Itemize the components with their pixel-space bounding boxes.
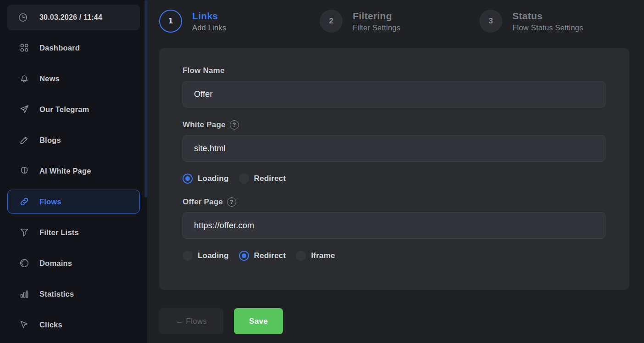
radio-label: Redirect	[254, 251, 286, 260]
sidebar-item-label: Clicks	[39, 321, 62, 329]
step-filtering[interactable]: 2 Filtering Filter Settings	[320, 10, 400, 33]
white-page-mode-group: Loading Redirect	[183, 174, 605, 184]
sidebar-item-label: Dashboard	[39, 44, 80, 52]
sidebar-item-label: Filter Lists	[39, 228, 79, 237]
radio-unselected[interactable]	[239, 174, 249, 184]
help-icon[interactable]: ?	[227, 197, 236, 207]
telegram-icon	[19, 104, 30, 115]
offer-page-mode-group: Loading Redirect Iframe	[183, 251, 605, 261]
sidebar: 30.03.2026 / 11:44 Dashboard News Our Te…	[0, 0, 147, 343]
step-links[interactable]: 1 Links Add Links	[159, 10, 226, 33]
funnel-icon	[19, 227, 30, 238]
wizard-stepper: 1 Links Add Links 2 Filtering Filter Set…	[147, 0, 644, 48]
radio-label: Loading	[198, 174, 229, 183]
label-text: Flow Name	[183, 66, 225, 75]
sidebar-item-domains[interactable]: Domains	[7, 251, 140, 275]
sidebar-item-dashboard[interactable]: Dashboard	[7, 36, 140, 60]
step-number: 2	[320, 10, 343, 33]
radio-selected[interactable]	[239, 251, 249, 261]
radio-label: Redirect	[254, 174, 286, 183]
flow-name-input[interactable]	[183, 81, 605, 107]
save-button[interactable]: Save	[234, 308, 283, 334]
cursor-icon	[19, 319, 30, 330]
step-title: Links	[192, 10, 226, 22]
sidebar-item-label: Domains	[39, 259, 72, 268]
step-title: Filtering	[353, 10, 400, 22]
sidebar-nav: Dashboard News Our Telegram Blogs	[0, 30, 147, 342]
sidebar-item-clicks[interactable]: Clicks	[7, 313, 140, 337]
radio-unselected[interactable]	[296, 251, 306, 261]
step-status[interactable]: 3 Status Flow Status Settings	[479, 10, 583, 33]
back-to-flows-button[interactable]: ← Flows	[159, 308, 223, 334]
offer-page-mode-loading[interactable]: Loading	[183, 251, 229, 261]
white-page-label: White Page ?	[183, 120, 605, 129]
step-number: 1	[159, 10, 182, 33]
datetime-display: 30.03.2026 / 11:44	[7, 5, 140, 30]
label-text: Offer Page	[183, 197, 223, 207]
radio-label: Loading	[198, 251, 229, 260]
offer-page-mode-redirect[interactable]: Redirect	[239, 251, 286, 261]
label-text: White Page	[183, 120, 226, 129]
white-page-mode-loading[interactable]: Loading	[183, 174, 229, 184]
white-page-input[interactable]	[183, 135, 605, 162]
sidebar-item-blogs[interactable]: Blogs	[7, 128, 140, 152]
offer-page-mode-iframe[interactable]: Iframe	[296, 251, 335, 261]
sidebar-item-label: Our Telegram	[39, 105, 89, 114]
flow-name-label: Flow Name	[183, 66, 605, 75]
flow-form-card: Flow Name White Page ? Loading Redirect …	[159, 48, 629, 290]
sidebar-item-statistics[interactable]: Statistics	[7, 282, 140, 306]
clock-icon	[17, 12, 28, 23]
dashboard-icon	[19, 42, 30, 53]
step-subtitle: Flow Status Settings	[512, 22, 583, 33]
sidebar-item-label: Blogs	[39, 136, 61, 145]
main-content: 1 Links Add Links 2 Filtering Filter Set…	[147, 0, 644, 343]
white-page-mode-redirect[interactable]: Redirect	[239, 174, 286, 184]
step-number: 3	[479, 10, 502, 33]
offer-page-label: Offer Page ?	[183, 197, 605, 207]
sidebar-item-label: Statistics	[39, 290, 74, 298]
sidebar-item-our-telegram[interactable]: Our Telegram	[7, 97, 140, 121]
sidebar-item-filter-lists[interactable]: Filter Lists	[7, 220, 140, 244]
help-icon[interactable]: ?	[230, 120, 239, 129]
step-subtitle: Filter Settings	[353, 22, 400, 33]
radio-unselected[interactable]	[183, 251, 193, 261]
datetime-text: 30.03.2026 / 11:44	[39, 13, 102, 22]
step-subtitle: Add Links	[192, 22, 226, 33]
sidebar-item-ai-white-page[interactable]: AI White Page	[7, 159, 140, 183]
sidebar-item-label: AI White Page	[39, 167, 91, 175]
globe-icon	[19, 258, 30, 269]
brain-icon	[19, 165, 30, 176]
offer-page-input[interactable]	[183, 212, 605, 239]
step-title: Status	[512, 10, 583, 22]
radio-selected[interactable]	[183, 174, 193, 184]
chart-icon	[19, 288, 30, 299]
sidebar-item-flows[interactable]: Flows	[7, 190, 140, 214]
bell-icon	[19, 73, 30, 84]
link-icon	[19, 196, 30, 207]
sidebar-item-news[interactable]: News	[7, 67, 140, 90]
radio-label: Iframe	[311, 251, 335, 260]
sidebar-item-label: Flows	[39, 197, 61, 206]
sidebar-item-label: News	[39, 74, 60, 83]
form-footer: ← Flows Save	[159, 308, 644, 334]
pen-icon	[19, 135, 30, 146]
